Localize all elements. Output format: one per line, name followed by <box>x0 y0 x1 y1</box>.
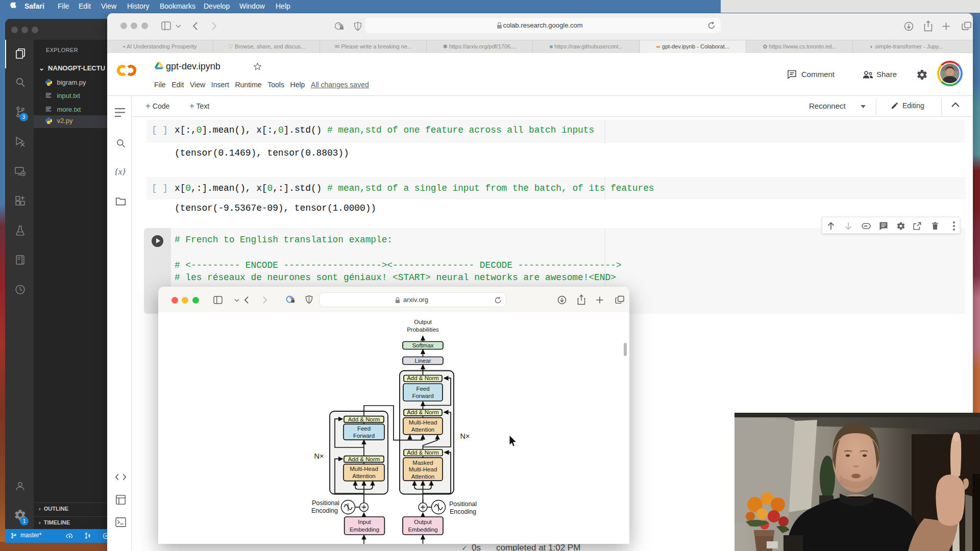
svg-text:Output: Output <box>414 319 432 325</box>
svg-text:Positional: Positional <box>312 499 339 507</box>
svg-text:Feed: Feed <box>357 425 371 432</box>
svg-text:Probabilities: Probabilities <box>407 327 439 333</box>
svg-text:Multi-Head: Multi-Head <box>409 466 437 472</box>
svg-text:Multi-Head: Multi-Head <box>409 419 437 425</box>
svg-text:Embedding: Embedding <box>350 527 379 533</box>
svg-text:Feed: Feed <box>416 386 429 392</box>
svg-text:Softmax: Softmax <box>412 342 433 348</box>
svg-text:Encoding: Encoding <box>311 507 338 514</box>
svg-text:N×: N× <box>314 452 324 460</box>
svg-text:Linear: Linear <box>415 358 431 364</box>
svg-text:Multi-Head: Multi-Head <box>350 466 378 472</box>
svg-text:Input: Input <box>358 519 371 525</box>
svg-text:Forward: Forward <box>353 433 375 439</box>
svg-text:Add & Norm: Add & Norm <box>407 409 439 415</box>
svg-text:Attention: Attention <box>352 473 375 479</box>
svg-text:Add & Norm: Add & Norm <box>407 375 439 381</box>
svg-text:N×: N× <box>460 432 470 440</box>
svg-text:Add & Norm: Add & Norm <box>348 456 380 462</box>
svg-text:Output: Output <box>414 519 432 525</box>
svg-text:Embedding: Embedding <box>408 527 437 533</box>
svg-text:Masked: Masked <box>412 460 433 466</box>
svg-text:Forward: Forward <box>412 393 433 399</box>
svg-text:Positional: Positional <box>449 500 477 508</box>
svg-text:Attention: Attention <box>411 427 434 433</box>
svg-text:Add & Norm: Add & Norm <box>348 416 380 422</box>
svg-text:Attention: Attention <box>411 473 434 480</box>
svg-text:Encoding: Encoding <box>450 508 476 515</box>
svg-text:Add & Norm: Add & Norm <box>407 449 439 456</box>
